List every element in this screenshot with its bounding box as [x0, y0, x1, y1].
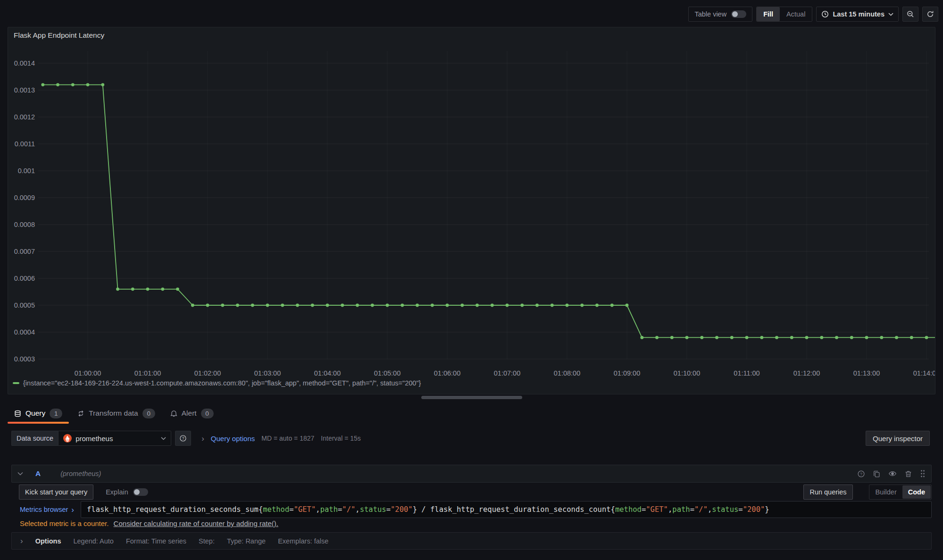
builder-button[interactable]: Builder	[870, 485, 902, 499]
delete-query-trash-icon[interactable]	[904, 470, 912, 478]
actual-button[interactable]: Actual	[780, 7, 812, 21]
code-button[interactable]: Code	[902, 485, 931, 499]
svg-text:0.0014: 0.0014	[14, 59, 35, 67]
svg-text:01:07:00: 01:07:00	[494, 369, 520, 377]
collapse-chevron-icon[interactable]	[17, 472, 23, 476]
max-data-points-info: MD = auto = 1827	[261, 435, 314, 442]
svg-text:0.0011: 0.0011	[15, 140, 35, 148]
svg-text:0.0008: 0.0008	[14, 221, 35, 228]
top-toolbar: Table view Fill Actual Last 15 minutes	[0, 0, 943, 23]
datasource-help-button[interactable]: ?	[175, 431, 191, 446]
tab-label: Query	[25, 409, 45, 418]
tab-alert[interactable]: Alert 0	[163, 403, 221, 424]
table-view-label: Table view	[694, 10, 726, 18]
refresh-icon	[926, 10, 934, 18]
interval-info: Interval = 15s	[321, 435, 360, 442]
svg-text:01:04:00: 01:04:00	[314, 369, 341, 377]
query-inspector-button[interactable]: Query inspector	[866, 431, 930, 446]
fill-actual-group: Fill Actual	[756, 7, 812, 22]
svg-text:0.001: 0.001	[18, 167, 35, 175]
chevron-down-icon	[888, 13, 893, 16]
datasource-selected: prometheus	[75, 435, 157, 443]
svg-text:01:05:00: 01:05:00	[374, 369, 401, 377]
option-exemplars: Exemplars: false	[278, 537, 328, 545]
query-row-header: A (prometheus) ?	[11, 465, 932, 483]
duplicate-query-button[interactable]	[873, 470, 881, 478]
svg-text:0.0007: 0.0007	[14, 248, 35, 255]
run-queries-button[interactable]: Run queries	[803, 485, 852, 500]
warning-text: Selected metric is a counter.	[20, 519, 108, 527]
chevron-right-icon: ›	[71, 506, 74, 514]
svg-text:0.0004: 0.0004	[14, 328, 35, 336]
transform-icon	[77, 410, 84, 417]
refresh-button[interactable]	[922, 7, 938, 22]
metrics-browser-label: Metrics browser	[20, 506, 68, 513]
datasource-label: Data source	[11, 431, 58, 446]
svg-text:01:03:00: 01:03:00	[254, 369, 281, 377]
svg-text:01:12:00: 01:12:00	[793, 369, 820, 377]
svg-text:01:09:00: 01:09:00	[614, 369, 640, 377]
pane-resize-handle[interactable]	[421, 396, 522, 399]
query-help-button[interactable]: ?	[857, 470, 865, 478]
latency-chart[interactable]: 01:00:0001:01:0001:02:0001:03:0001:04:00…	[8, 27, 935, 394]
explain-label: Explain	[106, 488, 128, 496]
prometheus-icon	[63, 434, 72, 443]
chevron-right-icon: ›	[20, 537, 23, 545]
legend-item[interactable]: {instance="ec2-184-169-216-224.us-west-1…	[13, 379, 421, 387]
grafana-panel-edit-view: Table view Fill Actual Last 15 minutes	[0, 0, 943, 560]
chevron-right-icon: ›	[201, 435, 204, 443]
builder-code-group: Builder Code	[869, 485, 932, 500]
zoom-out-icon	[907, 10, 914, 18]
time-range-picker[interactable]: Last 15 minutes	[816, 7, 899, 22]
svg-text:0.0005: 0.0005	[14, 301, 35, 309]
metrics-browser-toggle[interactable]: Metrics browser ›	[19, 501, 81, 518]
fill-button[interactable]: Fill	[757, 7, 780, 21]
tab-label: Alert	[182, 409, 197, 418]
query-editor-row: Metrics browser › flask_http_request_dur…	[19, 501, 932, 518]
svg-text:0.0009: 0.0009	[14, 194, 35, 201]
options-label: Options	[35, 537, 61, 545]
explain-toggle[interactable]	[133, 488, 148, 496]
bell-icon	[170, 410, 177, 417]
tab-query[interactable]: Query 1	[7, 403, 70, 424]
chevron-down-icon	[161, 437, 166, 440]
query-toolbar-row: Kick start your query Explain Run querie…	[19, 485, 932, 500]
zoom-out-button[interactable]	[902, 7, 918, 22]
svg-text:?: ?	[182, 436, 184, 441]
svg-text:0.0006: 0.0006	[14, 275, 35, 282]
tab-label: Transform data	[89, 409, 138, 418]
query-options-collapsed-row[interactable]: › Options Legend: Auto Format: Time seri…	[11, 532, 932, 550]
svg-text:01:08:00: 01:08:00	[554, 369, 580, 377]
svg-text:01:13:00: 01:13:00	[853, 369, 880, 377]
datasource-picker[interactable]: prometheus	[58, 431, 171, 446]
query-ref-id[interactable]: A	[35, 469, 41, 478]
add-rate-link[interactable]: Consider calculating rate of counter by …	[114, 519, 278, 527]
svg-text:01:14:00: 01:14:00	[913, 369, 935, 377]
panel-title: Flask App Endpoint Latency	[14, 31, 104, 40]
drag-handle-grip-icon[interactable]	[920, 469, 926, 478]
option-step: Step:	[199, 537, 215, 545]
datasource-bar: Data source prometheus ?	[0, 429, 943, 448]
table-view-toggle[interactable]	[731, 10, 746, 18]
tab-transform-data[interactable]: Transform data 0	[70, 403, 163, 424]
promql-query-input[interactable]: flask_http_request_duration_seconds_sum{…	[81, 501, 932, 518]
option-legend: Legend: Auto	[73, 537, 113, 545]
svg-text:0.0003: 0.0003	[14, 355, 35, 363]
table-view-control: Table view	[688, 7, 752, 22]
svg-text:01:01:00: 01:01:00	[134, 369, 161, 377]
legend-color-swatch	[13, 382, 19, 384]
svg-text:?: ?	[860, 471, 862, 476]
latency-panel: Flask App Endpoint Latency 01:00:0001:01…	[8, 27, 935, 394]
svg-text:01:00:00: 01:00:00	[75, 369, 101, 377]
clock-icon	[821, 10, 829, 18]
edit-pane-tabs: Query 1 Transform data 0 Alert 0	[0, 403, 943, 424]
kick-start-query-button[interactable]: Kick start your query	[19, 485, 93, 500]
database-icon	[14, 410, 21, 417]
query-datasource-hint: (prometheus)	[60, 470, 101, 477]
svg-text:0.0012: 0.0012	[14, 113, 35, 121]
toggle-visibility-eye-icon[interactable]	[888, 469, 897, 478]
legend-label: {instance="ec2-184-169-216-224.us-west-1…	[23, 379, 421, 387]
counter-warning-row: Selected metric is a counter. Consider c…	[20, 519, 278, 527]
option-format: Format: Time series	[126, 537, 186, 545]
query-options-toggle[interactable]: Query options	[211, 435, 255, 443]
